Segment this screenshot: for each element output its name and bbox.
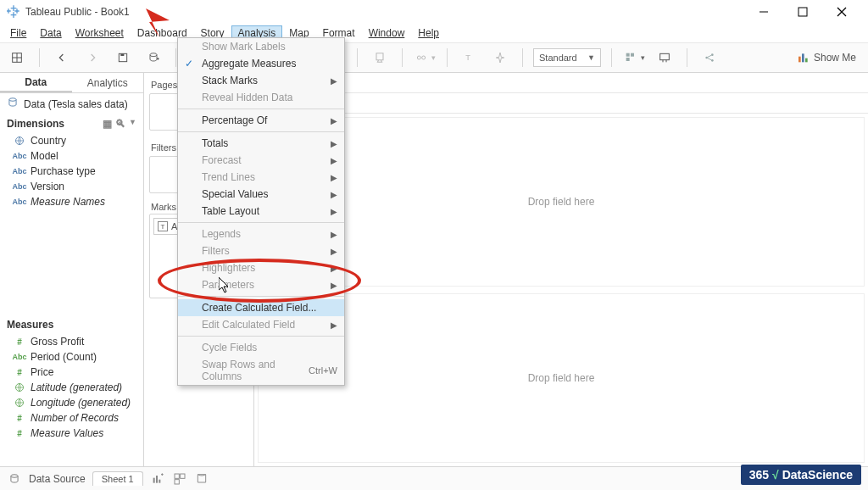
bottom-bar: Data Source Sheet 1 [0,466,868,490]
fit-select[interactable]: Standard ▼ [533,48,601,67]
menu-reveal-hidden[interactable]: Reveal Hidden Data [178,89,344,106]
highlight-button[interactable] [368,47,392,69]
field-label: Gross Profit [31,336,84,348]
menu-legends[interactable]: Legends▶ [178,226,344,242]
new-dashboard-button[interactable] [172,471,187,487]
hash-icon: # [14,429,25,438]
dimension-field[interactable]: AbcMeasure Names [0,194,143,209]
menu-cycle-fields[interactable]: Cycle Fields [178,339,344,356]
pin-button[interactable] [488,47,512,69]
dimensions-label: Dimensions [7,118,64,130]
svg-rect-18 [631,53,634,57]
minimize-button[interactable] [744,0,783,24]
datasource-tab-label[interactable]: Data Source [29,473,86,485]
menu-create-calculated-field[interactable]: Create Calculated Field... [178,299,344,316]
datasource-tab-icon[interactable] [7,471,22,487]
new-story-button[interactable] [194,471,209,487]
field-label: Country [31,135,66,147]
presentation-button[interactable] [653,47,676,69]
measure-field[interactable]: #Measure Values [0,426,143,441]
watermark: 365√DataScience [741,465,861,485]
menu-swap-rows-columns[interactable]: Swap Rows and ColumnsCtrl+W [178,356,344,385]
menu-totals[interactable]: Totals▶ [178,135,344,152]
new-datasource-button[interactable] [142,47,165,69]
search-icon[interactable]: 🔍︎ [115,118,125,130]
svg-rect-26 [798,57,801,63]
data-analytics-tabs: Data Analytics [0,73,143,93]
menu-table-layout[interactable]: Table Layout▶ [178,203,344,220]
columns-shelf[interactable] [254,73,868,93]
dimension-field[interactable]: Country [0,133,143,148]
svg-rect-27 [802,53,804,62]
field-label: Price [31,366,53,378]
labels-button[interactable]: T [458,47,481,69]
svg-point-14 [417,56,420,59]
svg-point-7 [150,53,157,57]
drop-zone-1[interactable]: Drop field here [258,117,865,287]
menu-percentage-of[interactable]: Percentage Of▶ [178,112,344,129]
dimension-field[interactable]: AbcPurchase type [0,164,143,179]
svg-rect-43 [159,479,160,482]
menu-special-values[interactable]: Special Values▶ [178,186,344,203]
menu-parameters[interactable]: Parameters▶ [178,276,344,293]
show-me-button[interactable]: Show Me [797,51,863,64]
menu-edit-calculated-field[interactable]: Edit Calculated Field▶ [178,316,344,333]
menu-stack-marks[interactable]: Stack Marks▶ [178,72,344,89]
svg-point-15 [421,56,425,59]
svg-rect-48 [175,479,179,483]
measure-field[interactable]: #Price [0,365,143,380]
dimension-field[interactable]: AbcModel [0,148,143,164]
rows-shelf[interactable] [254,93,868,114]
menu-worksheet[interactable]: Worksheet [69,25,131,41]
menu-chevron-icon[interactable]: ▼ [129,118,136,130]
show-me-label: Show Me [814,52,856,64]
close-button[interactable] [822,0,861,24]
titlebar: Tableau Public - Book1 [0,0,868,24]
window-controls [744,0,861,24]
menu-data[interactable]: Data [33,25,68,41]
globe-icon [14,398,25,408]
save-button[interactable] [111,47,135,69]
menu-trend-lines[interactable]: Trend Lines▶ [178,169,344,186]
menu-window[interactable]: Window [362,25,412,41]
measures-list: #Gross ProfitAbcPeriod (Count)#PriceLati… [0,334,143,441]
menu-forecast[interactable]: Forecast▶ [178,152,344,169]
menu-file[interactable]: File [3,25,33,41]
abc-icon: Abc [14,353,25,361]
share-button[interactable] [698,47,721,69]
svg-point-40 [11,474,18,477]
hash-icon: # [14,337,25,347]
check-icon: ✓ [185,58,193,70]
tab-analytics[interactable]: Analytics [72,73,144,92]
menu-aggregate-measures[interactable]: ✓Aggregate Measures [178,55,344,72]
tab-data[interactable]: Data [0,73,72,92]
dimensions-list: CountryAbcModelAbcPurchase typeAbcVersio… [0,133,143,209]
menu-filters[interactable]: Filters▶ [178,242,344,259]
measure-field[interactable]: #Number of Records [0,410,143,426]
measure-field[interactable]: Latitude (generated) [0,380,143,395]
measure-field[interactable]: #Gross Profit [0,334,143,349]
measure-field[interactable]: Longitude (generated) [0,395,143,410]
sheet-tab-1[interactable]: Sheet 1 [92,471,143,486]
workarea: Data Analytics Data (Tesla sales data) D… [0,73,868,466]
group-button[interactable]: ▾ [413,47,437,69]
maximize-button[interactable] [783,0,822,24]
view-cards-button[interactable]: ▾ [622,47,646,69]
dimension-field[interactable]: AbcVersion [0,179,143,194]
tableau-home-icon[interactable] [5,47,29,69]
datasource-row[interactable]: Data (Tesla sales data) [0,93,143,114]
menu-help[interactable]: Help [411,25,446,41]
redo-button[interactable] [81,47,104,69]
menu-highlighters[interactable]: Highlighters▶ [178,259,344,276]
tableau-logo-icon [7,4,25,20]
watermark-brand: DataScience [782,468,853,482]
measure-field[interactable]: AbcPeriod (Count) [0,349,143,365]
abc-icon: Abc [14,167,25,175]
menu-show-mark-labels[interactable]: Show Mark Labels [178,38,344,55]
field-label: Version [31,181,64,192]
undo-button[interactable] [50,47,74,69]
checkmark-icon: √ [772,468,779,482]
drop-zone-2[interactable]: Drop field here [258,293,865,463]
new-sheet-button[interactable] [150,471,165,487]
view-mode-icon[interactable]: ▦ [103,118,112,130]
